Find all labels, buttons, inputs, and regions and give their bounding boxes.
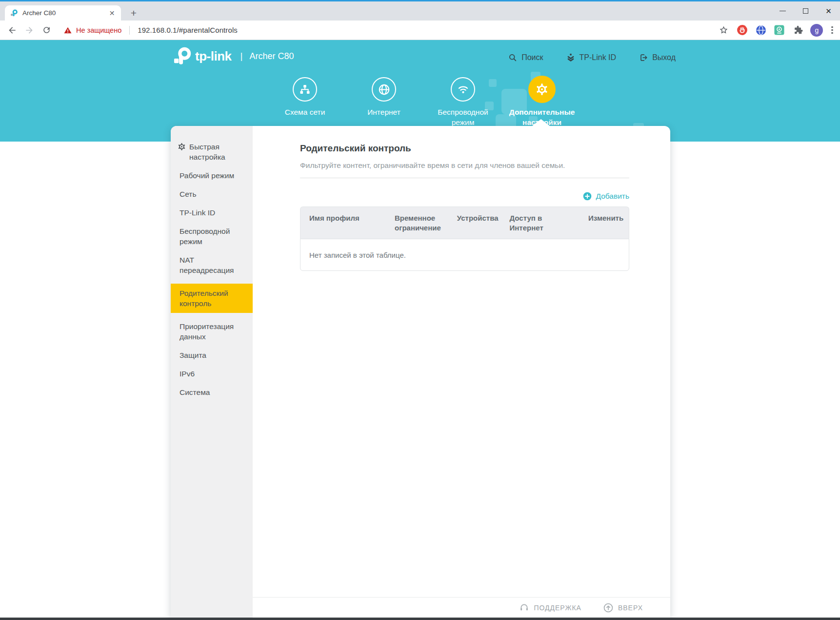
browser-address-bar: Не защищено 192.168.0.1/#parentalControl… <box>0 21 840 40</box>
headset-icon <box>519 602 529 613</box>
scroll-top-label: ВВЕРХ <box>618 604 643 612</box>
nav-pointer <box>532 119 550 126</box>
sidebar-item-system[interactable]: Система <box>171 387 253 397</box>
screen: Archer C80 ✕ + ✕ <box>0 0 840 620</box>
table-header-row: Имя профиля Временное ограничение Устрой… <box>300 207 629 239</box>
profiles-table: Имя профиля Временное ограничение Устрой… <box>300 207 629 271</box>
extension-globe-icon[interactable] <box>755 24 767 36</box>
globe-icon <box>372 77 396 102</box>
wifi-icon <box>451 77 475 102</box>
model-text: Archer C80 <box>249 51 294 62</box>
router-logo: tp-link | Archer C80 <box>172 46 294 66</box>
sidebar-item-qos[interactable]: Приоритезация данных <box>171 321 253 342</box>
nav-item-wireless[interactable]: Беспроводной режим <box>423 75 502 127</box>
window-minimize-button[interactable] <box>771 1 794 21</box>
forward-button[interactable] <box>23 24 36 37</box>
extension-adblock-icon[interactable] <box>736 24 748 36</box>
sidebar-item-network[interactable]: Сеть <box>171 189 253 199</box>
profile-avatar[interactable]: g <box>810 24 823 37</box>
arrow-up-circle-icon <box>603 602 614 613</box>
search-label: Поиск <box>521 53 543 62</box>
tab-title: Archer C80 <box>22 9 108 17</box>
divider <box>300 178 629 178</box>
col-profile-name: Имя профиля <box>300 212 386 234</box>
url-text[interactable]: 192.168.0.1/#parentalControls <box>138 26 238 34</box>
sidebar-item-security[interactable]: Защита <box>171 350 253 360</box>
tplink-id-label: TP-Link ID <box>580 53 617 62</box>
plus-circle-icon <box>582 191 592 201</box>
col-modify: Изменить <box>580 212 629 234</box>
nav-label: Беспроводной режим <box>426 107 500 127</box>
bookmark-star-icon[interactable] <box>718 24 730 36</box>
logout-icon <box>639 53 648 62</box>
nav-label: Интернет <box>347 107 420 117</box>
support-button[interactable]: ПОДДЕРЖКА <box>519 602 581 613</box>
tplink-id-button[interactable]: TP-Link ID <box>566 53 617 62</box>
parental-controls-content: Родительский контроль Фильтруйте контент… <box>253 126 670 271</box>
panel-footer: ПОДДЕРЖКА ВВЕРХ <box>253 597 670 618</box>
nav-label: Схема сети <box>268 107 341 117</box>
add-profile-label: Добавить <box>596 192 629 201</box>
empty-text: Нет записей в этой таблице. <box>309 251 406 259</box>
browser-tab-bar: Archer C80 ✕ + ✕ <box>0 1 840 21</box>
sidebar-item-label: Быстрая настройка <box>189 142 247 162</box>
window-maximize-button[interactable] <box>794 1 817 21</box>
brand-text: tp-link <box>195 49 232 64</box>
sidebar-item-ipv6[interactable]: IPv6 <box>171 369 253 379</box>
new-tab-button[interactable]: + <box>127 6 140 20</box>
person-icon <box>566 53 576 62</box>
search-icon <box>508 53 518 62</box>
logo-separator: | <box>240 51 243 62</box>
tp-link-logo-icon <box>172 46 192 66</box>
col-time-limit: Временное ограничение <box>386 212 448 234</box>
network-map-icon <box>293 77 317 102</box>
table-empty-row: Нет записей в этой таблице. <box>300 239 629 271</box>
browser-menu-icon[interactable] <box>829 24 835 36</box>
add-profile-button[interactable]: Добавить <box>582 191 629 201</box>
support-label: ПОДДЕРЖКА <box>534 604 581 612</box>
chip-divider <box>129 26 130 35</box>
sidebar-item-quick-setup[interactable]: Быстрая настройка <box>171 142 253 162</box>
bottom-edge-strip <box>0 618 840 620</box>
sidebar-item-nat-forwarding[interactable]: NAT переадресация <box>171 255 253 275</box>
logout-label: Выход <box>652 53 676 62</box>
sidebar-item-operation-mode[interactable]: Рабочий режим <box>171 170 253 181</box>
reload-button[interactable] <box>40 24 53 37</box>
sidebar-item-wireless[interactable]: Беспроводной режим <box>171 226 253 247</box>
sidebar-item-tplink-id[interactable]: TP-Link ID <box>171 207 253 218</box>
gear-icon <box>178 143 186 151</box>
settings-sidebar: Быстрая настройка Рабочий режим Сеть TP-… <box>171 126 253 618</box>
logout-button[interactable]: Выход <box>639 53 676 62</box>
security-label: Не защищено <box>76 26 121 34</box>
col-internet-access: Доступ в Интернет <box>501 212 580 234</box>
nav-item-internet[interactable]: Интернет <box>344 75 423 127</box>
col-devices: Устройства <box>448 212 501 234</box>
nav-item-network-map[interactable]: Схема сети <box>265 75 344 127</box>
search-button[interactable]: Поиск <box>508 53 543 62</box>
extension-screenshot-icon[interactable] <box>773 24 785 36</box>
extensions-puzzle-icon[interactable] <box>792 24 804 36</box>
page-subtitle: Фильтруйте контент, ограничивайте время … <box>300 161 629 170</box>
scroll-top-button[interactable]: ВВЕРХ <box>603 602 643 613</box>
window-close-button[interactable]: ✕ <box>817 1 840 21</box>
gear-icon <box>528 76 556 103</box>
settings-panel: Быстрая настройка Рабочий режим Сеть TP-… <box>171 126 670 618</box>
browser-tab[interactable]: Archer C80 ✕ <box>5 5 121 21</box>
page-title: Родительский контроль <box>300 143 629 154</box>
tab-close-icon[interactable]: ✕ <box>108 9 116 17</box>
back-button[interactable] <box>6 24 19 37</box>
warning-icon <box>63 26 72 35</box>
tp-link-favicon-icon <box>10 9 18 17</box>
sidebar-item-parental-controls[interactable]: Родительский контроль <box>171 284 253 313</box>
security-chip[interactable]: Не защищено 192.168.0.1/#parentalControl… <box>63 26 238 35</box>
